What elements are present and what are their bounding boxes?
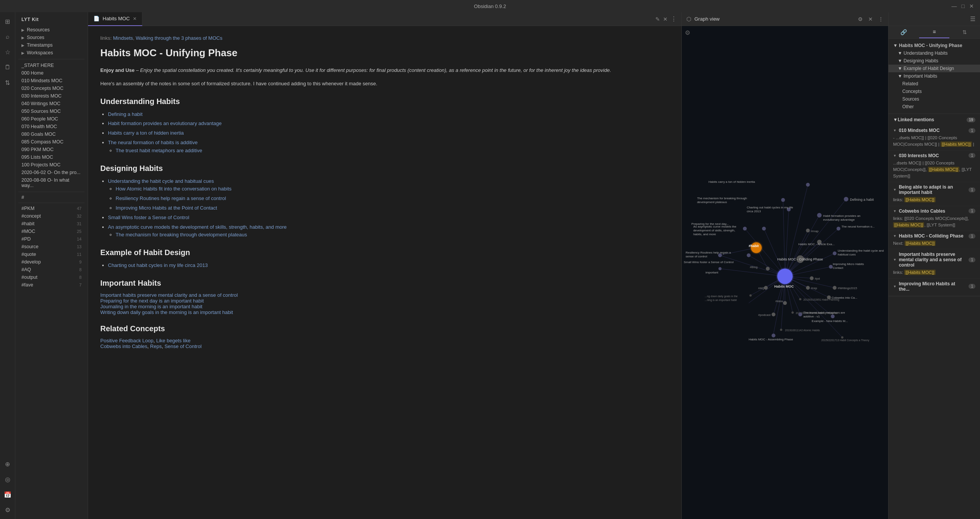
node-asymptotic[interactable] [762,227,766,231]
rs-tab-sort[interactable]: ⇅ [949,26,980,38]
bookmark-activity-icon[interactable]: ☆ [2,46,14,58]
node-resiliency[interactable] [747,254,751,257]
outline-item-designing[interactable]: ▼ Designing Habits [889,57,980,65]
outline-item-important[interactable]: ▼ Important Habits [889,72,980,80]
sidebar-item-000-home[interactable]: 000 Home [15,69,88,77]
maximize-button[interactable]: □ [962,3,965,9]
link-habit-formation-evolutionary[interactable]: Habit formation provides an evolutionary… [108,120,222,126]
sidebar-tag-habit[interactable]: #habit 31 [15,220,88,228]
sidebar-item-085-compass[interactable]: 085 Compass MOC [15,138,88,146]
new-note-activity-icon[interactable]: 🗒 [2,61,14,73]
sidebar-item-040-writings[interactable]: 040 Writings MOC [15,100,88,107]
node-habits-moc-main[interactable] [777,269,793,284]
graph-close-icon[interactable]: ✕ [868,16,873,22]
node-habits-carry[interactable] [806,183,810,187]
node-small-wins[interactable] [718,254,722,257]
sidebar-tag-pkm[interactable]: #PKM 47 [15,205,88,212]
sidebar-tag-develop[interactable]: #develop 9 [15,258,88,266]
node-cobwebs[interactable] [827,295,831,299]
plugin-activity-icon[interactable]: ⊕ [2,458,14,470]
node-habit-planning[interactable] [799,298,801,300]
node-defining-habit[interactable] [844,197,848,202]
node-habit-formation[interactable] [817,213,822,218]
link-charting-habit-cycles[interactable]: Charting out habit cycles in my life cir… [108,262,208,268]
sidebar-item-050-sources[interactable]: 050 Sources MOC [15,107,88,115]
files-activity-icon[interactable]: ⊞ [2,15,14,28]
rs-tab-link[interactable]: 🔗 [889,26,919,38]
node-improving-micro[interactable] [829,265,833,269]
sidebar-item-060-people[interactable]: 060 People MOC [15,115,88,123]
sidebar-tag-source[interactable]: #source 13 [15,243,88,251]
minimize-button[interactable]: — [952,3,957,9]
sidebar-item-070-health[interactable]: 070 Health MOC [15,123,88,130]
lm-item-title[interactable]: ▼ 010 Mindsets MOC 1 [893,128,975,133]
link-journaling-morning[interactable]: Journaling in the morning is an importan… [100,304,203,309]
link-reps[interactable]: Reps [150,343,162,349]
sidebar-item-hash[interactable]: # [15,194,88,201]
sidebar-item-2020-0808[interactable]: 2020-08-08 O- In what way... [15,176,88,189]
sidebar-item-030-interests[interactable]: 030 Interests MOC [15,92,88,100]
sidebar-tag-concept[interactable]: #concept 32 [15,212,88,220]
outline-item-related[interactable]: Related [889,80,980,88]
sidebar-item-2020-0602[interactable]: 2020-06-02 O- On the pro... [15,169,88,176]
node-habit-concepts-theory[interactable] [841,336,843,338]
sidebar-tag-fave[interactable]: #fave 7 [15,281,88,289]
rs-tab-outline[interactable]: ≡ [919,26,950,38]
lm-item-title[interactable]: ▼ Cobwebs into Cables 1 [893,208,975,214]
node-rep-tag[interactable] [806,286,810,290]
link-improving-micro[interactable]: Improving Micro Habits at the Point of C… [116,205,217,211]
node-map-tag[interactable] [806,229,810,233]
link-positive-feedback[interactable]: Positive Feedback Loop [100,338,154,343]
link-sense-of-control[interactable]: Sense of Control [165,343,202,349]
close-pane-icon[interactable]: ✕ [663,16,668,22]
link-preparing-next-day[interactable]: Preparing for the next day is an importa… [100,298,204,304]
sidebar-item-timestamps[interactable]: ▶ Timestamps [15,41,88,49]
sidebar-item-start-here[interactable]: _START HERE [15,62,88,69]
graph-canvas[interactable]: ⚙ [682,26,888,519]
outline-item-understanding[interactable]: ▼ Understanding Habits [889,49,980,57]
link-walking-3-phases[interactable]: Walking through the 3 phases of MOCs [136,35,222,41]
node-pd-tag[interactable] [810,276,813,280]
lm-item-title[interactable]: ▼ Improving Micro Habits at the... 1 [893,281,975,292]
search-activity-icon[interactable]: ⌕ [2,31,14,43]
sidebar-item-resources[interactable]: ▶ Resources [15,26,88,34]
link-atomic-habits[interactable]: How Atomic Habits fit into the conversat… [116,186,232,192]
link-mindsets[interactable]: Mindsets [113,35,133,41]
link-mechanism-breaking[interactable]: The mechanism for breaking through devel… [116,232,247,238]
node-habits-assembling[interactable] [772,334,776,337]
node-resiliency-routines[interactable] [791,311,794,314]
node-podcast-tag[interactable] [772,312,776,316]
outline-item-other[interactable]: Other [889,103,980,111]
rs-menu-icon[interactable]: ☰ [970,15,975,23]
community-activity-icon[interactable]: ◎ [2,473,14,485]
sidebar-item-010-mindsets[interactable]: 010 Mindsets MOC [15,77,88,85]
lm-header[interactable]: ▼ Linked mentions 19 [889,114,980,125]
tab-close-icon[interactable]: ✕ [133,16,137,21]
lm-item-name[interactable]: Cobwebs into Cables [899,208,945,214]
link-truest-metaphors[interactable]: The truest habit metaphors are additive [116,148,202,153]
node-truest-metaphors[interactable] [798,312,802,316]
settings-activity-icon[interactable]: ⚙ [2,504,14,516]
lm-item-title[interactable]: ▼ Habits MOC - Colliding Phase 1 [893,233,975,239]
node-idea-tag[interactable] [783,301,787,305]
more-options-icon[interactable]: ⋮ [671,15,677,23]
graph-settings-icon[interactable]: ⚙ [858,16,863,22]
calendar-activity-icon[interactable]: 📅 [2,488,14,501]
link-small-wins[interactable]: Small Wins foster a Sense of Control [108,215,189,220]
outline-item-concepts[interactable]: Concepts [889,88,980,95]
lm-item-title[interactable]: ▼ Being able to adapt is an important ha… [893,184,975,195]
outline-item-unifying-phase[interactable]: ▼ Habits MOC - Unifying Phase [889,42,980,49]
link-cobwebs-cables[interactable]: Cobwebs into Cables [100,343,147,349]
sidebar-item-095-lists[interactable]: 095 Lists MOC [15,153,88,161]
node-daily-goals[interactable] [750,294,752,296]
sidebar-item-100-projects[interactable]: 100 Projects MOC [15,161,88,169]
sidebar-tag-aq[interactable]: #AQ 8 [15,266,88,273]
node-example-new-habits[interactable] [831,314,835,318]
sidebar-tag-pd[interactable]: #PD 14 [15,235,88,243]
lm-item-title[interactable]: ▼ Important habits preserve mental clari… [893,252,975,268]
sidebar-item-080-goals[interactable]: 080 Goals MOC [15,130,88,138]
lm-item-name[interactable]: Improving Micro Habits at the... [899,281,967,292]
outline-item-example[interactable]: ▼ Example of Habit Design [889,65,980,72]
close-button[interactable]: ✕ [969,3,974,9]
sidebar-item-090-pkm[interactable]: 090 PKM MOC [15,146,88,153]
